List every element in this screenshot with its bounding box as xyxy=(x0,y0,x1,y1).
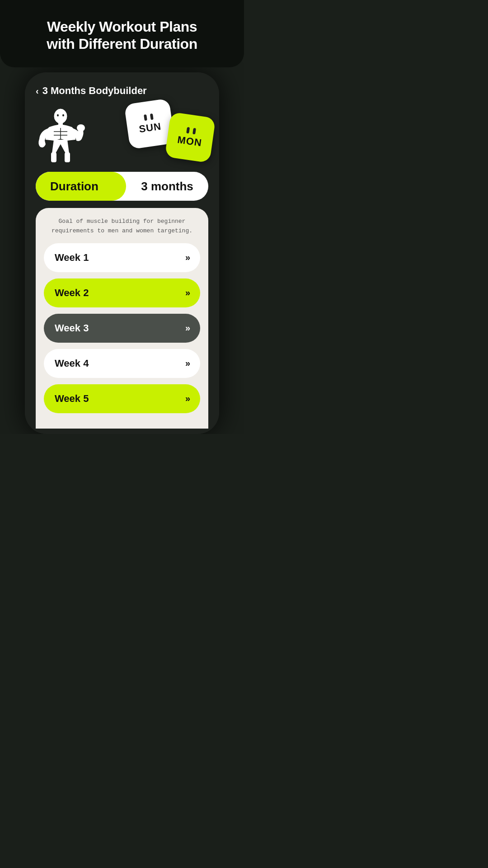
week-item-2[interactable]: Week 2» xyxy=(44,278,200,307)
week-label-5: Week 5 xyxy=(55,393,89,405)
phone-mockup: ‹ 3 Months Bodybuilder xyxy=(25,72,219,434)
cal-ring-right-mon xyxy=(192,128,196,135)
week-arrow-2: » xyxy=(185,288,189,298)
weeks-container: Week 1»Week 2»Week 3»Week 4»Week 5» xyxy=(44,243,200,413)
week-item-3[interactable]: Week 3» xyxy=(44,314,200,343)
duration-label: Duration xyxy=(36,172,126,201)
week-label-4: Week 4 xyxy=(55,358,89,369)
week-arrow-5: » xyxy=(185,393,189,404)
cal-ring-right xyxy=(150,113,154,120)
nav-back[interactable]: ‹ 3 Months Bodybuilder xyxy=(36,85,208,97)
week-label-3: Week 3 xyxy=(55,322,89,334)
week-arrow-3: » xyxy=(185,323,189,333)
week-item-4[interactable]: Week 4» xyxy=(44,349,200,378)
week-arrow-4: » xyxy=(185,358,189,368)
svg-point-8 xyxy=(57,114,59,117)
back-chevron-icon: ‹ xyxy=(36,86,39,96)
week-item-5[interactable]: Week 5» xyxy=(44,384,200,413)
bodybuilder-figure xyxy=(36,108,85,162)
mon-label: MON xyxy=(177,134,202,149)
header-title: Weekly Workout Planswith Different Durat… xyxy=(27,18,217,53)
cal-ring-left xyxy=(144,114,147,121)
svg-point-9 xyxy=(62,114,64,117)
svg-point-2 xyxy=(77,124,85,132)
content-area: Goal of muscle building for beginnerrequ… xyxy=(36,208,208,429)
week-arrow-1: » xyxy=(185,252,189,263)
sun-label: SUN xyxy=(138,121,162,136)
goal-text: Goal of muscle building for beginnerrequ… xyxy=(44,217,200,236)
svg-rect-6 xyxy=(51,152,56,162)
page-header: Weekly Workout Planswith Different Durat… xyxy=(0,0,244,67)
hero-section: SUN MON xyxy=(36,106,208,165)
week-label-1: Week 1 xyxy=(55,252,89,264)
plan-title: 3 Months Bodybuilder xyxy=(42,85,147,97)
week-item-1[interactable]: Week 1» xyxy=(44,243,200,272)
duration-pill: Duration 3 months xyxy=(36,172,208,201)
cal-ring-left-mon xyxy=(186,127,190,134)
svg-rect-7 xyxy=(65,152,70,162)
week-label-2: Week 2 xyxy=(55,287,89,299)
duration-value: 3 months xyxy=(126,179,208,193)
calendar-mon: MON xyxy=(165,112,216,163)
